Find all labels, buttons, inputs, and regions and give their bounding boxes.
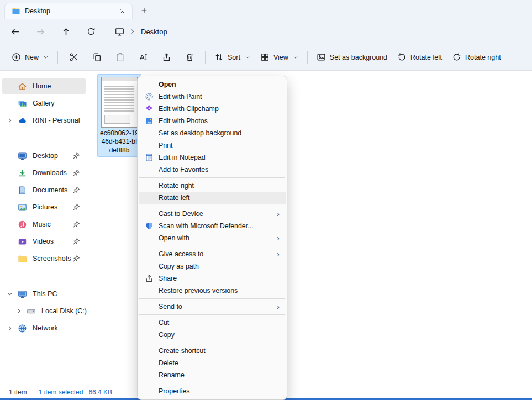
menu-item-edit-with-photos[interactable]: Edit with Photos (139, 115, 286, 127)
share-icon[interactable] (155, 48, 178, 67)
menu-item-restore-previous-versions[interactable]: Restore previous versions (139, 285, 286, 297)
sidebar-item-screenshots[interactable]: Screenshots (2, 250, 86, 267)
pin-icon (72, 152, 80, 160)
menu-item-scan-with-defender[interactable]: Scan with Microsoft Defender... (139, 220, 286, 232)
menu-separator (139, 343, 285, 343)
view-button-label: View (273, 54, 288, 61)
breadcrumb-location[interactable]: Desktop (141, 28, 167, 36)
menu-item-rotate-left[interactable]: Rotate left (139, 192, 286, 204)
menu-item-cut[interactable]: Cut (139, 317, 286, 329)
menu-item-set-as-desktop-background[interactable]: Set as desktop background (139, 127, 286, 139)
item-count: 1 item (9, 388, 27, 396)
sidebar-item-downloads[interactable]: Downloads (2, 165, 86, 181)
menu-item-edit-with-paint[interactable]: Edit with Paint (139, 91, 286, 103)
up-icon[interactable] (56, 23, 75, 40)
sidebar-item-home[interactable]: Home (2, 78, 86, 94)
menu-item-edit-with-clipchamp[interactable]: Edit with Clipchamp (139, 103, 286, 115)
chevron-right-icon[interactable] (7, 325, 13, 331)
menu-item-share[interactable]: Share (139, 272, 286, 285)
menu-item-label: Share (159, 275, 177, 282)
menu-item-edit-in-notepad[interactable]: Edit in Notepad (139, 151, 286, 164)
view-button[interactable]: View (255, 48, 303, 67)
sidebar-item-label: Documents (33, 186, 67, 194)
set-as-background-button[interactable]: Set as background (312, 48, 392, 67)
chevron-right-icon[interactable] (16, 308, 22, 314)
sidebar-item-this-pc[interactable]: This PC (2, 286, 86, 302)
chevron-right-icon[interactable] (7, 118, 13, 123)
menu-item-send-to[interactable]: Send to › (139, 301, 286, 313)
navigation-pane: Home Gallery RINI - Personal (0, 71, 88, 386)
sidebar-item-desktop[interactable]: Desktop (2, 148, 86, 164)
menu-item-open[interactable]: Open (139, 78, 286, 91)
toolbar-separator (307, 51, 308, 64)
notepad-icon (145, 153, 154, 162)
set-as-background-label: Set as background (330, 54, 387, 61)
sidebar-item-label: RINI - Personal (33, 117, 80, 124)
sidebar-item-network[interactable]: Network (2, 320, 86, 336)
chevron-down-icon[interactable] (7, 291, 13, 297)
share-icon (145, 274, 154, 283)
menu-item-label: Cast to Device (159, 210, 203, 218)
back-icon[interactable] (6, 23, 24, 40)
menu-item-rename[interactable]: Rename (139, 369, 286, 381)
menu-item-label: Cut (159, 319, 169, 327)
new-button-label: New (25, 54, 39, 61)
sidebar-item-label: Home (33, 82, 51, 90)
menu-item-label: Edit with Photos (159, 117, 208, 125)
folder-icon (12, 7, 20, 15)
menu-item-rotate-right[interactable]: Rotate right (139, 180, 286, 192)
title-bar: Desktop (0, 0, 532, 19)
menu-item-properties[interactable]: Properties (139, 385, 286, 397)
cut-icon[interactable] (62, 48, 85, 67)
menu-item-copy-as-path[interactable]: Copy as path (139, 260, 286, 272)
sidebar-item-gallery[interactable]: Gallery (2, 95, 86, 112)
sort-icon (214, 52, 224, 62)
file-thumbnail (101, 77, 138, 128)
menu-item-label: Copy (159, 331, 175, 339)
paste-icon[interactable] (108, 48, 131, 67)
breadcrumb[interactable]: Desktop (115, 27, 167, 36)
tab-close-icon[interactable] (117, 6, 128, 17)
new-button[interactable]: New (7, 48, 54, 67)
forward-icon[interactable] (31, 23, 50, 40)
rotate-right-icon (452, 52, 461, 62)
menu-item-cast-to-device[interactable]: Cast to Device › (139, 208, 286, 220)
menu-item-label: Create shortcut (159, 347, 206, 355)
sidebar-item-onedrive[interactable]: RINI - Personal (2, 112, 86, 129)
menu-item-label: Print (159, 141, 172, 149)
menu-separator (139, 177, 285, 178)
sidebar-item-label: Gallery (33, 99, 55, 107)
chevron-down-icon (293, 55, 298, 59)
menu-item-delete[interactable]: Delete (139, 357, 286, 369)
menu-item-print[interactable]: Print (139, 139, 286, 151)
defender-shield-icon (145, 222, 154, 230)
network-icon (18, 324, 27, 333)
file-item[interactable]: ec60b062-19 46d-b431-bf de0f8b (97, 74, 141, 157)
menu-item-give-access-to[interactable]: Give access to › (139, 248, 286, 260)
menu-item-add-to-favorites[interactable]: Add to Favorites (139, 164, 286, 176)
pin-icon (72, 203, 80, 211)
copy-icon[interactable] (85, 48, 108, 67)
sidebar-item-music[interactable]: Music (2, 216, 86, 233)
menu-item-copy[interactable]: Copy (139, 329, 286, 341)
rotate-right-button[interactable]: Rotate right (447, 48, 506, 67)
sidebar-item-label: Downloads (33, 169, 67, 177)
submenu-chevron-icon: › (277, 250, 280, 258)
sidebar-item-pictures[interactable]: Pictures (2, 199, 86, 215)
delete-icon[interactable] (178, 48, 201, 67)
sort-button[interactable]: Sort (209, 48, 255, 67)
rename-icon[interactable] (131, 48, 155, 67)
refresh-icon[interactable] (82, 23, 101, 40)
pin-icon (72, 255, 80, 262)
submenu-chevron-icon: › (277, 234, 280, 242)
rotate-left-button[interactable]: Rotate left (392, 48, 447, 67)
menu-item-label: Rotate left (159, 194, 189, 202)
explorer-tab[interactable]: Desktop (4, 3, 133, 19)
sidebar-item-videos[interactable]: Videos (2, 233, 86, 250)
rotate-left-label: Rotate left (410, 54, 442, 61)
sidebar-item-local-disk-c[interactable]: Local Disk (C:) (2, 303, 86, 319)
menu-item-create-shortcut[interactable]: Create shortcut (139, 345, 286, 357)
new-tab-icon[interactable] (137, 3, 151, 18)
menu-item-open-with[interactable]: Open with › (139, 232, 286, 244)
sidebar-item-documents[interactable]: Documents (2, 182, 86, 198)
